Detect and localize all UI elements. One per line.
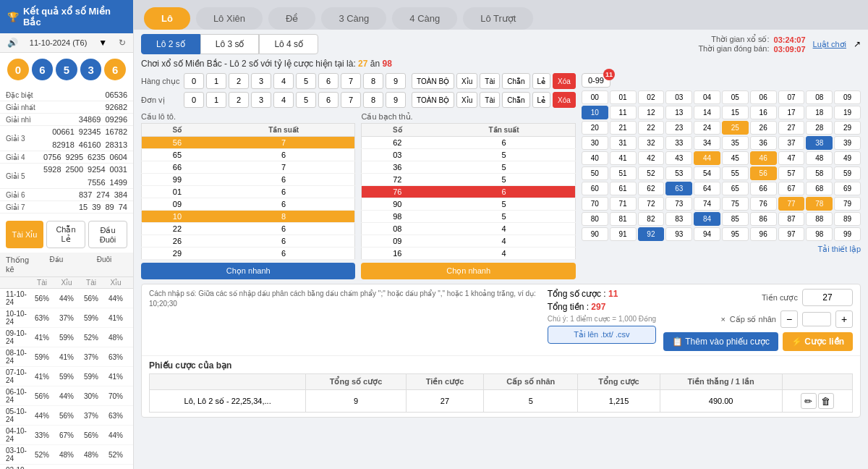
selector-num-30[interactable]: 30 [582,136,608,150]
selector-num-01[interactable]: 01 [610,90,637,104]
selector-num-17[interactable]: 17 [778,106,805,119]
selector-num-92[interactable]: 92 [638,227,665,241]
hang-chuc-btn-3[interactable]: 3 [251,73,271,89]
selector-num-37[interactable]: 37 [778,136,805,150]
hang-chuc-btn-5[interactable]: 5 [296,73,316,89]
chon-nhanh-cau-lo-button[interactable]: Chọn nhanh [141,263,355,279]
selector-num-41[interactable]: 41 [610,151,637,165]
don-vi-action-xỉu[interactable]: Xỉu [456,92,477,108]
don-vi-btn-4[interactable]: 4 [273,92,294,108]
selector-num-13[interactable]: 13 [665,106,692,119]
selector-num-98[interactable]: 98 [806,227,833,241]
selector-num-44[interactable]: 44 [694,151,720,165]
them-vao-phieu-button[interactable]: 📋 Thêm vào phiếu cược [663,332,778,351]
don-vi-btn-0[interactable]: 0 [184,92,204,108]
hang-chuc-btn-7[interactable]: 7 [341,73,361,89]
hang-chuc-action-tài[interactable]: Tài [480,73,500,89]
selector-num-62[interactable]: 62 [638,182,665,195]
hang-chuc-btn-9[interactable]: 9 [386,73,406,89]
selector-num-64[interactable]: 64 [694,182,720,195]
top-tab-3-càng[interactable]: 3 Càng [321,7,386,30]
selector-num-73[interactable]: 73 [665,197,692,211]
don-vi-btn-1[interactable]: 1 [206,92,226,108]
selector-num-81[interactable]: 81 [610,212,637,226]
tai-xiu-button[interactable]: Tài Xỉu [6,221,43,248]
selector-num-25[interactable]: 25 [722,121,749,135]
selector-num-94[interactable]: 94 [694,227,720,241]
don-vi-action-toàn bộ[interactable]: TOÀN BỘ [412,92,454,108]
tai-len-button[interactable]: Tải lên .txt/ .csv [548,326,656,344]
selector-num-15[interactable]: 15 [722,106,749,119]
top-tab-4-càng[interactable]: 4 Càng [392,7,457,30]
edit-button[interactable]: ✏ [801,393,817,409]
selector-num-19[interactable]: 19 [834,106,861,119]
hang-chuc-btn-4[interactable]: 4 [273,73,294,89]
selector-num-95[interactable]: 95 [722,227,749,241]
selector-num-31[interactable]: 31 [610,136,637,150]
selector-num-27[interactable]: 27 [778,121,805,135]
selector-num-83[interactable]: 83 [665,212,692,226]
selector-num-49[interactable]: 49 [834,151,861,165]
selector-num-14[interactable]: 14 [694,106,720,119]
hang-chuc-action-lẻ[interactable]: Lẻ [532,73,551,89]
selector-num-38[interactable]: 38 [806,136,833,150]
top-tab-lô-xiên[interactable]: Lô Xiên [196,7,263,30]
selector-num-05[interactable]: 05 [722,90,749,104]
don-vi-btn-2[interactable]: 2 [229,92,249,108]
tai-thiet-lap-link[interactable]: Tải thiết lập [817,245,861,253]
hang-chuc-action-toàn bộ[interactable]: TOÀN BỘ [412,73,454,89]
tien-cuoc-input[interactable] [802,289,853,306]
hang-chuc-btn-8[interactable]: 8 [363,73,383,89]
selector-num-90[interactable]: 90 [582,227,608,241]
selector-num-42[interactable]: 42 [638,151,665,165]
selector-num-34[interactable]: 34 [694,136,720,150]
selector-num-22[interactable]: 22 [638,121,665,135]
selector-num-35[interactable]: 35 [722,136,749,150]
selector-num-56[interactable]: 56 [750,166,777,180]
cap-minus-button[interactable]: − [780,310,798,328]
selector-num-32[interactable]: 32 [638,136,665,150]
selector-num-46[interactable]: 46 [750,151,777,165]
selector-num-29[interactable]: 29 [834,121,861,135]
don-vi-btn-3[interactable]: 3 [251,92,271,108]
top-tab-lô-trượt[interactable]: Lô Trượt [463,7,533,30]
selector-num-86[interactable]: 86 [750,212,777,226]
don-vi-btn-6[interactable]: 6 [318,92,339,108]
selector-num-84[interactable]: 84 [694,212,720,226]
don-vi-btn-9[interactable]: 9 [386,92,406,108]
selector-num-99[interactable]: 99 [834,227,861,241]
sub-tab-lô-3-số[interactable]: Lô 3 số [200,34,260,54]
don-vi-btn-7[interactable]: 7 [341,92,361,108]
selector-num-57[interactable]: 57 [778,166,805,180]
don-vi-action-chẵn[interactable]: Chẵn [502,92,529,108]
hang-chuc-action-chẵn[interactable]: Chẵn [502,73,529,89]
hang-chuc-btn-2[interactable]: 2 [229,73,249,89]
selector-num-91[interactable]: 91 [610,227,637,241]
sub-tab-lô-4-số[interactable]: Lô 4 số [259,34,318,54]
selector-num-77[interactable]: 77 [778,197,805,211]
selector-num-96[interactable]: 96 [750,227,777,241]
refresh-icon[interactable]: ↻ [119,38,126,48]
selector-num-67[interactable]: 67 [778,182,805,195]
selector-num-50[interactable]: 50 [582,166,608,180]
selector-num-02[interactable]: 02 [638,90,665,104]
selector-num-61[interactable]: 61 [610,182,637,195]
selector-num-21[interactable]: 21 [610,121,637,135]
selector-num-07[interactable]: 07 [778,90,805,104]
selector-num-08[interactable]: 08 [806,90,833,104]
selector-num-89[interactable]: 89 [834,212,861,226]
selector-num-54[interactable]: 54 [694,166,720,180]
hang-chuc-btn-1[interactable]: 1 [206,73,226,89]
selector-num-26[interactable]: 26 [750,121,777,135]
selector-num-40[interactable]: 40 [582,151,608,165]
hang-chuc-btn-6[interactable]: 6 [318,73,339,89]
selector-num-68[interactable]: 68 [806,182,833,195]
selector-num-66[interactable]: 66 [750,182,777,195]
selector-num-82[interactable]: 82 [638,212,665,226]
top-tab-lô[interactable]: Lô [144,7,190,30]
selector-num-47[interactable]: 47 [778,151,805,165]
selector-num-65[interactable]: 65 [722,182,749,195]
hang-chuc-btn-0[interactable]: 0 [184,73,204,89]
chan-lo-button[interactable]: Chẵn Lẻ [46,221,85,248]
selector-num-75[interactable]: 75 [722,197,749,211]
